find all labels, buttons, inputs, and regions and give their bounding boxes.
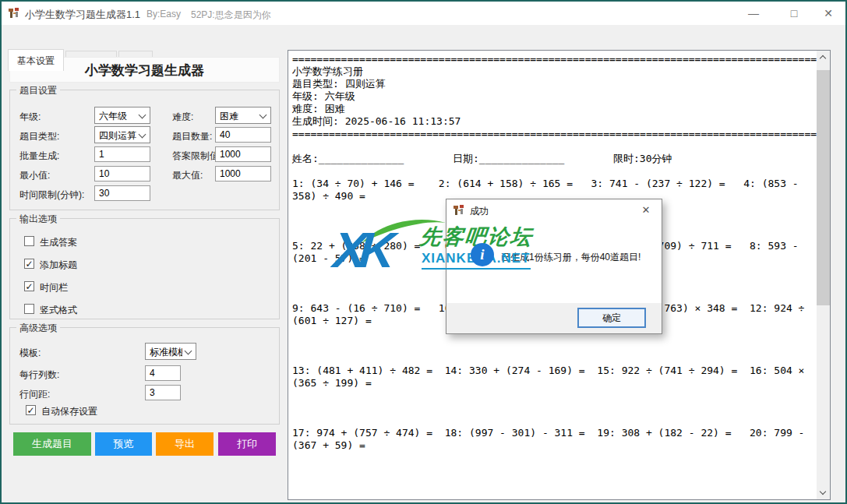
answer-limit-label: 答案限制值: — [172, 150, 221, 163]
checkbox-icon: ✓ — [24, 281, 34, 291]
generate-button[interactable]: 生成题目 — [13, 432, 91, 456]
maximize-button[interactable]: □ — [781, 2, 807, 25]
grade-label: 年级: — [19, 111, 41, 124]
group-label: 题目设置 — [16, 84, 60, 97]
tab-strip: 基本设置 使用统计 帮助 — [2, 25, 845, 48]
type-label: 题目类型: — [19, 130, 59, 143]
preview-button[interactable]: 预览 — [95, 432, 152, 456]
chevron-down-icon — [259, 111, 267, 119]
max-input[interactable]: 1000 — [215, 166, 271, 182]
window-title: 小学生数学习题生成器1.1 — [25, 8, 140, 22]
difficulty-select[interactable]: 困难 — [215, 107, 271, 124]
time-limit-label: 时间限制(分钟): — [19, 189, 84, 202]
count-input[interactable]: 40 — [215, 127, 271, 143]
tab-basic-settings[interactable]: 基本设置 — [8, 49, 64, 71]
count-label: 题目数量: — [172, 130, 212, 143]
max-label: 最大值: — [172, 169, 203, 182]
answer-limit-input[interactable]: 1000 — [215, 146, 271, 162]
chevron-down-icon — [139, 111, 146, 119]
chevron-down-icon — [185, 347, 192, 355]
batch-input[interactable]: 1 — [94, 146, 150, 162]
min-input[interactable]: 10 — [94, 166, 150, 182]
dialog-footer: 确定 — [446, 303, 662, 333]
window-credit: 52PJ:思念是因为你 — [191, 9, 271, 22]
type-select[interactable]: 四则运算 — [94, 126, 150, 143]
checkbox-icon — [24, 304, 34, 314]
dialog-message: 已生成1份练习册，每份40道题目! — [501, 251, 641, 264]
output-options-group: 输出选项 生成答案 ✓ 添加标题 ✓ 时间栏 竖式格式 — [9, 218, 280, 319]
vertical-scrollbar[interactable] — [817, 51, 830, 499]
columns-label: 每行列数: — [19, 368, 59, 382]
close-button[interactable]: ✕ — [815, 2, 842, 25]
template-label: 模板: — [19, 347, 41, 360]
scroll-up-icon[interactable] — [817, 51, 830, 64]
grade-select[interactable]: 六年级 — [94, 107, 150, 124]
title-bar: 小学生数学习题生成器1.1 By:Easy 52PJ:思念是因为你 — □ ✕ — [2, 2, 845, 25]
checkbox-icon: ✓ — [24, 259, 34, 269]
row-spacing-input[interactable]: 3 — [145, 385, 181, 400]
success-dialog: 成功 ✕ 已生成1份练习册，每份40道题目! 确定 — [446, 199, 662, 334]
print-button[interactable]: 打印 — [218, 432, 276, 456]
dialog-close-icon[interactable]: ✕ — [630, 199, 662, 221]
ok-button[interactable]: 确定 — [577, 308, 646, 328]
app-window: 小学生数学习题生成器1.1 By:Easy 52PJ:思念是因为你 — □ ✕ … — [0, 0, 847, 504]
template-select[interactable]: 标准模板 — [145, 343, 196, 360]
min-label: 最小值: — [19, 169, 50, 182]
row-spacing-label: 行间距: — [19, 388, 50, 401]
export-button[interactable]: 导出 — [156, 432, 214, 456]
batch-label: 批量生成: — [19, 150, 59, 163]
chevron-down-icon — [139, 131, 146, 139]
dialog-title-bar: 成功 ✕ — [446, 199, 662, 221]
info-icon: i — [471, 243, 494, 266]
group-label: 输出选项 — [16, 213, 60, 226]
dialog-title: 成功 — [470, 205, 489, 218]
time-limit-input[interactable]: 30 — [94, 185, 150, 201]
scroll-down-icon[interactable] — [817, 486, 830, 499]
minimize-button[interactable]: — — [740, 2, 767, 25]
columns-input[interactable]: 4 — [145, 365, 181, 381]
window-author: By:Easy — [146, 9, 181, 19]
dialog-app-icon — [453, 204, 465, 217]
advanced-options-group: 高级选项 模板: 标准模板 每行列数: 4 行间距: 3 ✓ 自动保存设置 — [9, 327, 280, 425]
question-settings-group: 题目设置 年级: 六年级 难度: 困难 题目类型: 四则运算 题目数量: 40 … — [9, 90, 280, 210]
group-label: 高级选项 — [16, 322, 60, 335]
app-icon — [8, 7, 20, 19]
checkbox-icon — [24, 236, 34, 246]
scrollbar-thumb[interactable] — [817, 70, 830, 305]
checkbox-icon: ✓ — [26, 405, 36, 415]
difficulty-label: 难度: — [172, 111, 193, 124]
